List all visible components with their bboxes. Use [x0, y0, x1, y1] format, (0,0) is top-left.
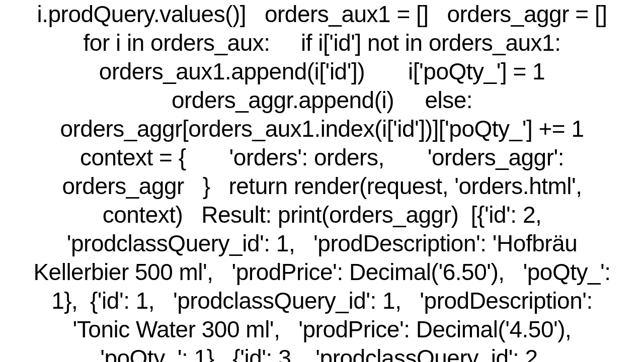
code-text-block: i.prodQuery.values()] orders_aux1 = [] o… — [0, 0, 644, 362]
